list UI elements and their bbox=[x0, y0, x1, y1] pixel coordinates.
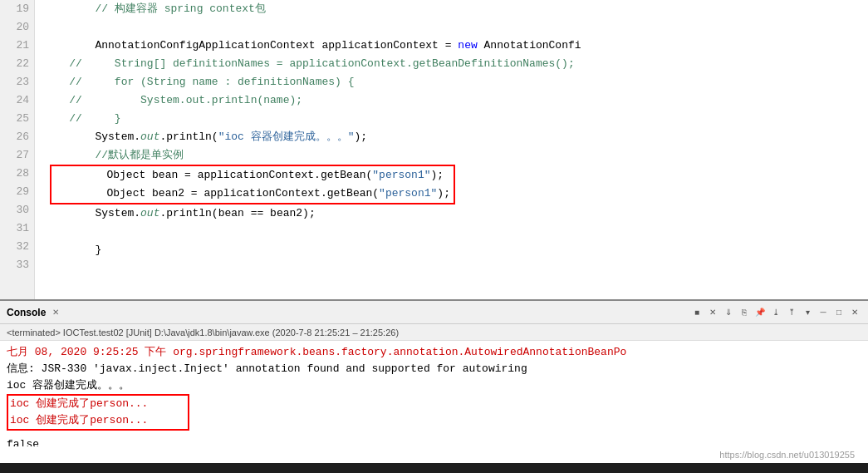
code-line-21: AnnotationConfigApplicationContext appli… bbox=[43, 37, 868, 55]
code-line-31 bbox=[43, 223, 868, 241]
minimize-button[interactable]: ─ bbox=[817, 306, 830, 319]
console-line-1: 七月 08, 2020 9:25:25 下午 org.springframewo… bbox=[7, 344, 861, 361]
scroll-lock-button[interactable]: ⇓ bbox=[722, 306, 735, 319]
console-line-4: ioc 创建完成了person... bbox=[10, 396, 186, 412]
pin-button[interactable]: 📌 bbox=[753, 306, 767, 319]
console-line-6: false bbox=[7, 436, 861, 446]
code-line-25: // } bbox=[43, 110, 868, 128]
console-line-3: ioc 容器创建完成。。。 bbox=[7, 377, 861, 394]
clear-button[interactable]: ✕ bbox=[706, 306, 719, 319]
console-panel: Console ✕ ■ ✕ ⇓ ⎘ 📌 ⤓ ⤒ ▾ ─ □ ✕ <termina… bbox=[0, 299, 868, 463]
console-title-area: Console ✕ bbox=[7, 307, 59, 318]
view-menu-button[interactable]: ▾ bbox=[801, 306, 814, 319]
console-line-2: 信息: JSR-330 'javax.inject.Inject' annota… bbox=[7, 361, 861, 377]
code-line-30: System.out.println(bean == bean2); bbox=[43, 204, 868, 223]
console-header: Console ✕ ■ ✕ ⇓ ⎘ 📌 ⤓ ⤒ ▾ ─ □ ✕ bbox=[0, 301, 868, 324]
code-line-26: System.out.println("ioc 容器创建完成。。。"); bbox=[43, 128, 868, 146]
code-line-27: //默认都是单实例 bbox=[43, 146, 868, 165]
console-title: Console bbox=[7, 307, 46, 318]
maximize-button[interactable]: □ bbox=[832, 306, 846, 319]
copy-button[interactable]: ⎘ bbox=[738, 306, 751, 319]
console-highlight-block: ioc 创建完成了person... ioc 创建完成了person... bbox=[7, 394, 189, 431]
expand-button[interactable]: ⤒ bbox=[785, 306, 798, 319]
code-line-28: Object bean = applicationContext.getBean… bbox=[53, 166, 452, 185]
console-line-5: ioc 创建完成了person... bbox=[10, 412, 186, 429]
code-editor: 19 20 21 22 23 24 25 26 27 28 29 30 31 3… bbox=[0, 0, 868, 299]
code-line-33 bbox=[43, 259, 868, 278]
code-line-19: // 构建容器 spring context包 bbox=[43, 0, 868, 18]
line-numbers: 19 20 21 22 23 24 25 26 27 28 29 30 31 3… bbox=[0, 0, 35, 299]
console-output: 七月 08, 2020 9:25:25 下午 org.springframewo… bbox=[0, 341, 868, 446]
stop-button[interactable]: ■ bbox=[690, 306, 704, 319]
code-line-22: // String[] definitionNames = applicatio… bbox=[43, 55, 868, 73]
collapse-button[interactable]: ⤓ bbox=[769, 306, 782, 319]
console-status-text: <terminated> IOCTest.test02 [JUnit] D:\J… bbox=[7, 328, 399, 338]
console-status-bar: <terminated> IOCTest.test02 [JUnit] D:\J… bbox=[0, 324, 868, 341]
close-button[interactable]: ✕ bbox=[848, 306, 861, 319]
code-line-23: // for (String name : definitionNames) { bbox=[43, 73, 868, 91]
code-line-29: Object bean2 = applicationContext.getBea… bbox=[53, 185, 452, 203]
code-line-28-29-box: Object bean = applicationContext.getBean… bbox=[50, 165, 455, 204]
console-toolbar: ■ ✕ ⇓ ⎘ 📌 ⤓ ⤒ ▾ ─ □ ✕ bbox=[690, 306, 861, 319]
code-content: // 构建容器 spring context包 AnnotationConfig… bbox=[35, 0, 868, 299]
code-line-32: } bbox=[43, 241, 868, 259]
csdn-link: https://blog.csdn.net/u013019255 bbox=[713, 448, 861, 461]
code-line-20 bbox=[43, 18, 868, 37]
console-close-icon[interactable]: ✕ bbox=[52, 308, 59, 317]
code-line-24: // System.out.println(name); bbox=[43, 91, 868, 110]
console-bottom-bar: https://blog.csdn.net/u013019255 bbox=[0, 446, 868, 463]
